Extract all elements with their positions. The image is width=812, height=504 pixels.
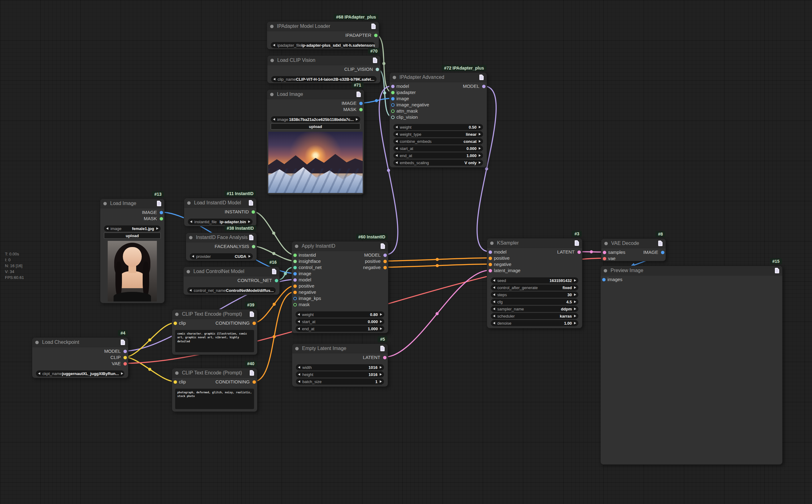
CONTROL_NET-output-slot[interactable]: [275, 279, 278, 282]
left-arrow-icon[interactable]: [106, 227, 108, 230]
CLIP-output-slot[interactable]: [123, 356, 127, 359]
node-docs-icon[interactable]: [121, 340, 125, 345]
node-titlebar[interactable]: Preview Image: [600, 266, 782, 275]
IMAGE-output-slot[interactable]: [160, 211, 163, 214]
right-arrow-icon[interactable]: [574, 293, 576, 296]
sampler_name-widget[interactable]: sampler_nameddpm: [491, 306, 578, 312]
end_at-widget[interactable]: end_at1.000: [296, 326, 384, 332]
positive-input-slot[interactable]: [293, 284, 297, 288]
left-arrow-icon[interactable]: [298, 327, 300, 330]
node-docs-icon[interactable]: [381, 243, 385, 249]
insightface-input-slot[interactable]: [293, 260, 297, 263]
node-titlebar[interactable]: KSampler: [487, 238, 582, 248]
IMAGE-output-slot[interactable]: [661, 251, 665, 254]
node-docs-icon[interactable]: [479, 75, 484, 80]
image-input-slot[interactable]: [391, 97, 395, 100]
upload-button[interactable]: upload: [271, 123, 360, 130]
node-docs-icon[interactable]: [250, 370, 254, 376]
right-arrow-icon[interactable]: [479, 126, 481, 128]
node-vae-decode-8[interactable]: VAE DecodesamplesvaeIMAGE: [601, 238, 666, 261]
images-input-slot[interactable]: [602, 278, 605, 281]
node-titlebar[interactable]: Load ControlNet Model: [183, 267, 280, 276]
node-titlebar[interactable]: Load InstantID Model: [184, 198, 256, 208]
latent_image-input-slot[interactable]: [489, 269, 492, 272]
CONDITIONING-output-slot[interactable]: [253, 380, 256, 384]
ipadapter-input-slot[interactable]: [391, 91, 395, 94]
weight-widget[interactable]: weight0.50: [393, 124, 483, 130]
CLIP_VISION-output-slot[interactable]: [376, 68, 379, 71]
left-arrow-icon[interactable]: [273, 44, 275, 46]
control_after_generate-widget[interactable]: control_after_generatefixed: [491, 284, 578, 291]
collapse-dot-icon[interactable]: [295, 347, 299, 350]
node-ksampler-3[interactable]: KSamplermodelpositivenegativelatent_imag…: [487, 238, 582, 328]
right-arrow-icon[interactable]: [380, 380, 382, 383]
node-empty-latent-image-5[interactable]: Empty Latent ImageLATENTwidth1016height1…: [292, 344, 388, 387]
model-input-slot[interactable]: [293, 278, 297, 282]
mask-input-slot[interactable]: [293, 303, 297, 306]
control_net-input-slot[interactable]: [293, 266, 297, 269]
negative-output-slot[interactable]: [383, 266, 387, 269]
node-load-clip-vision-70[interactable]: Load CLIP VisionCLIP_VISIONclip_nameCLIP…: [267, 55, 381, 83]
left-arrow-icon[interactable]: [395, 133, 398, 135]
left-arrow-icon[interactable]: [493, 322, 495, 324]
clip_name-widget[interactable]: clip_nameCLIP-ViT-H-14-laion2B-s32B-b79K…: [271, 76, 377, 82]
MASK-output-slot[interactable]: [160, 217, 163, 220]
node-clip-text-encode-prompt--40[interactable]: CLIP Text Encode (Prompt)clipCONDITIONIN…: [172, 368, 258, 412]
collapse-dot-icon[interactable]: [187, 201, 190, 205]
right-arrow-icon[interactable]: [356, 118, 358, 121]
ipadapter_file-widget[interactable]: ipadapter_fileip-adapter-plus_sdxl_vit-h…: [271, 42, 375, 48]
node-titlebar[interactable]: CLIP Text Encode (Prompt): [172, 310, 257, 319]
collapse-dot-icon[interactable]: [490, 241, 494, 245]
node-titlebar[interactable]: Load Checkpoint: [32, 338, 128, 347]
right-arrow-icon[interactable]: [574, 301, 576, 303]
left-arrow-icon[interactable]: [189, 289, 191, 292]
right-arrow-icon[interactable]: [479, 161, 481, 164]
image-input-slot[interactable]: [293, 272, 297, 275]
clip-input-slot[interactable]: [173, 380, 177, 384]
collapse-dot-icon[interactable]: [175, 313, 178, 316]
LATENT-output-slot[interactable]: [577, 250, 581, 254]
clip-input-slot[interactable]: [173, 322, 177, 325]
IPADAPTER-output-slot[interactable]: [374, 34, 378, 37]
node-docs-icon[interactable]: [775, 268, 779, 273]
INSTANTID-output-slot[interactable]: [252, 210, 255, 214]
instantid_file-widget[interactable]: instantid_fileip-adapter.bin: [188, 219, 253, 225]
left-arrow-icon[interactable]: [395, 154, 398, 157]
prompt-textarea[interactable]: photograph, deformed, glitch, noisy, rea…: [175, 389, 254, 409]
collapse-dot-icon[interactable]: [175, 371, 178, 375]
node-docs-icon[interactable]: [371, 23, 376, 29]
positive-output-slot[interactable]: [383, 260, 387, 263]
attn_mask-input-slot[interactable]: [391, 109, 395, 113]
node-docs-icon[interactable]: [249, 200, 253, 206]
weight-widget[interactable]: weight0.80: [296, 311, 384, 318]
node-docs-icon[interactable]: [357, 92, 361, 97]
control_net_name-widget[interactable]: control_net_nameControlNetModel/diffus..…: [187, 287, 276, 293]
provider-widget[interactable]: providerCUDA: [190, 253, 253, 259]
clip_vision-input-slot[interactable]: [391, 116, 395, 119]
CONDITIONING-output-slot[interactable]: [253, 322, 256, 325]
collapse-dot-icon[interactable]: [604, 242, 608, 245]
model-input-slot[interactable]: [391, 85, 395, 88]
right-arrow-icon[interactable]: [574, 315, 576, 317]
MODEL-output-slot[interactable]: [123, 350, 127, 353]
node-docs-icon[interactable]: [250, 311, 254, 317]
MODEL-output-slot[interactable]: [383, 254, 387, 257]
right-arrow-icon[interactable]: [479, 140, 481, 143]
collapse-dot-icon[interactable]: [270, 25, 274, 28]
MODEL-output-slot[interactable]: [482, 85, 485, 88]
left-arrow-icon[interactable]: [298, 320, 300, 323]
right-arrow-icon[interactable]: [479, 147, 481, 150]
VAE-output-slot[interactable]: [123, 362, 127, 365]
negative-input-slot[interactable]: [293, 291, 297, 294]
right-arrow-icon[interactable]: [156, 227, 158, 230]
right-arrow-icon[interactable]: [380, 366, 382, 369]
node-titlebar[interactable]: VAE Decode: [601, 239, 666, 248]
end_at-widget[interactable]: end_at1.000: [393, 152, 483, 159]
left-arrow-icon[interactable]: [395, 140, 398, 143]
left-arrow-icon[interactable]: [298, 366, 300, 369]
right-arrow-icon[interactable]: [248, 220, 250, 223]
steps-widget[interactable]: steps30: [491, 292, 578, 298]
LATENT-output-slot[interactable]: [383, 356, 387, 359]
collapse-dot-icon[interactable]: [295, 245, 298, 248]
left-arrow-icon[interactable]: [298, 373, 300, 376]
